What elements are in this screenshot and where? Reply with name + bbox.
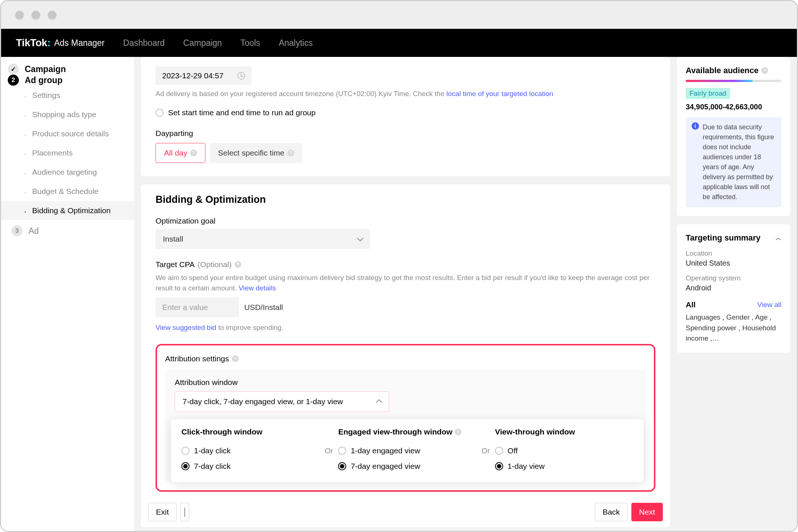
- clock-icon: [238, 72, 245, 79]
- sidebar-item-budget[interactable]: Budget & Schedule: [1, 182, 134, 201]
- view-details-link[interactable]: View details: [239, 284, 276, 292]
- nav-dashboard[interactable]: Dashboard: [123, 38, 165, 48]
- radio-icon: [495, 462, 503, 470]
- opt-1day-view[interactable]: 1-day view: [495, 458, 633, 474]
- info-icon[interactable]: ?: [235, 261, 241, 268]
- step-number: 3: [11, 225, 23, 236]
- attribution-highlight: Attribution settings ? Attribution windo…: [156, 344, 655, 492]
- or-divider: Or: [320, 447, 338, 455]
- click-through-col: Click-through window: [181, 427, 320, 436]
- loc-value: United States: [686, 259, 781, 267]
- info-icon[interactable]: ?: [455, 429, 461, 435]
- attr-window-dropdown: Click-through window 1-day click 7-day c…: [171, 419, 644, 482]
- step-adgroup[interactable]: 2 Ad group: [1, 75, 134, 86]
- opt-7day-click[interactable]: 7-day click: [181, 458, 320, 474]
- cpa-input[interactable]: [156, 297, 239, 317]
- all-label: All: [686, 300, 696, 309]
- view-through-col: View-through window: [495, 427, 633, 436]
- view-all-link[interactable]: View all: [757, 301, 781, 309]
- engaged-view-col: Engaged view-through window?: [338, 427, 476, 436]
- nav-analytics[interactable]: Analytics: [279, 38, 313, 48]
- exit-button[interactable]: Exit: [148, 503, 177, 521]
- step-number: 2: [8, 75, 19, 86]
- collapse-icon[interactable]: ︽: [775, 234, 781, 242]
- browser-chrome: [1, 1, 797, 29]
- brand: TikTok: Ads Manager: [16, 37, 105, 49]
- radio-icon: [181, 462, 190, 470]
- exit-dropdown[interactable]: [180, 503, 189, 521]
- step-ad[interactable]: 3 Ad: [1, 220, 134, 242]
- chevron-up-icon: [376, 399, 382, 406]
- target-cpa-label: Target CPA (Optional) ?: [156, 260, 655, 269]
- radio-icon: [181, 447, 190, 455]
- info-icon[interactable]: ?: [287, 150, 294, 156]
- timezone-help: Ad delivery is based on your registered …: [156, 89, 655, 99]
- nav-campaign[interactable]: Campaign: [183, 38, 222, 48]
- targeting-summary-card: Targeting summary ︽ Location United Stat…: [677, 224, 790, 353]
- os-value: Android: [686, 284, 781, 292]
- targeting-title: Targeting summary: [686, 233, 761, 243]
- step-campaign[interactable]: ✓ Campaign: [1, 64, 134, 75]
- bidding-title: Bidding & Optimization: [156, 194, 655, 205]
- sidebar-item-audience[interactable]: Audience targeting: [1, 163, 134, 182]
- nav-tools[interactable]: Tools: [241, 38, 260, 48]
- audience-count: 34,905,000-42,663,000: [686, 103, 781, 111]
- opt-7day-engaged[interactable]: 7-day engaged view: [338, 458, 476, 474]
- loc-label: Location: [686, 249, 781, 258]
- suggested-bid-link[interactable]: View suggested bid: [156, 324, 216, 331]
- opt-1day-engaged[interactable]: 1-day engaged view: [338, 443, 476, 458]
- radio-icon: [495, 447, 503, 455]
- brand-subtitle: Ads Manager: [54, 38, 105, 48]
- audience-gauge: [686, 80, 781, 82]
- security-notice: i Due to data security requirements, thi…: [686, 117, 781, 207]
- window-dot[interactable]: [48, 11, 57, 20]
- top-navigation: TikTok: Ads Manager Dashboard Campaign T…: [1, 29, 797, 57]
- radio-icon: [338, 447, 346, 455]
- window-dot[interactable]: [31, 11, 40, 20]
- radio-icon: [156, 109, 164, 117]
- opt-1day-click[interactable]: 1-day click: [181, 443, 320, 458]
- cpa-unit: USD/Install: [244, 303, 283, 312]
- attr-settings-label: Attribution settings ?: [165, 354, 646, 363]
- sidebar-item-bidding[interactable]: Bidding & Optimization: [1, 201, 134, 220]
- opt-off[interactable]: Off: [495, 443, 633, 458]
- chevron-down-icon: [184, 508, 185, 517]
- sidebar: ✓ Campaign 2 Ad group Settings Shopping …: [1, 57, 134, 531]
- window-dot[interactable]: [15, 11, 24, 20]
- schedule-card: 2023-12-29 04:57 Ad delivery is based on…: [141, 57, 670, 176]
- local-time-link[interactable]: local time of your targeted location: [446, 90, 553, 98]
- sidebar-item-placements[interactable]: Placements: [1, 143, 134, 163]
- dayparting-allday[interactable]: All day ?: [156, 143, 205, 163]
- chevron-down-icon: [357, 235, 364, 241]
- cpa-help: We aim to spend your entire budget using…: [156, 273, 655, 294]
- opt-goal-label: Optimization goal: [156, 216, 655, 225]
- dayparting-label: Dayparting: [156, 129, 655, 138]
- bidding-card: Bidding & Optimization Optimization goal…: [141, 184, 670, 528]
- opt-goal-select[interactable]: Install: [156, 229, 370, 249]
- info-icon[interactable]: ?: [190, 150, 197, 156]
- info-icon: i: [692, 122, 699, 130]
- sidebar-item-product[interactable]: Product source details: [1, 124, 134, 143]
- available-audience-card: Available audience ? Fairly broad 34,905…: [677, 57, 790, 216]
- check-icon: ✓: [8, 64, 19, 75]
- info-icon[interactable]: ?: [761, 67, 768, 74]
- next-button[interactable]: Next: [631, 503, 663, 521]
- start-date-input[interactable]: 2023-12-29 04:57: [156, 66, 252, 85]
- schedule-option-startend[interactable]: Set start time and end time to run ad gr…: [156, 108, 655, 117]
- brand-logo: TikTok:: [16, 37, 50, 49]
- attr-window-select[interactable]: 7-day click, 7-day engaged view, or 1-da…: [175, 391, 389, 412]
- audience-breadth-badge: Fairly broad: [686, 88, 730, 99]
- avail-title: Available audience ?: [686, 66, 781, 75]
- os-label: Operating system: [686, 274, 781, 282]
- back-button[interactable]: Back: [595, 503, 628, 521]
- sidebar-item-shopping[interactable]: Shopping ads type: [1, 105, 134, 124]
- dayparting-specific[interactable]: Select specific time ?: [210, 143, 302, 163]
- or-divider: Or: [477, 447, 495, 455]
- summary-more: Languages , Gender , Age , Spending powe…: [686, 312, 781, 344]
- attr-window-label: Attribution window: [175, 378, 636, 387]
- info-icon[interactable]: ?: [232, 355, 239, 362]
- sidebar-item-settings[interactable]: Settings: [1, 86, 134, 105]
- radio-icon: [338, 462, 346, 470]
